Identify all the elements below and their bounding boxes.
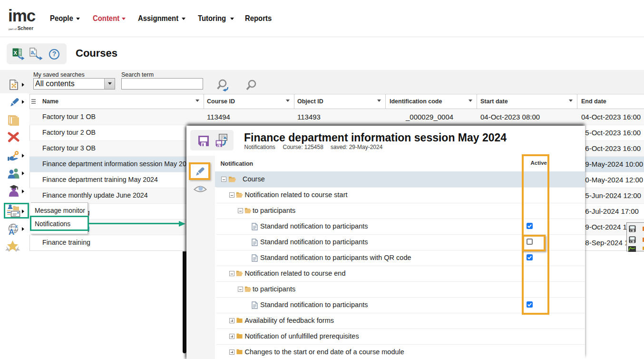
svg-text:A: A (9, 228, 14, 235)
svg-text:X: X (14, 50, 18, 56)
svg-text:a,: a, (31, 49, 36, 56)
svg-text:x: x (15, 223, 18, 229)
